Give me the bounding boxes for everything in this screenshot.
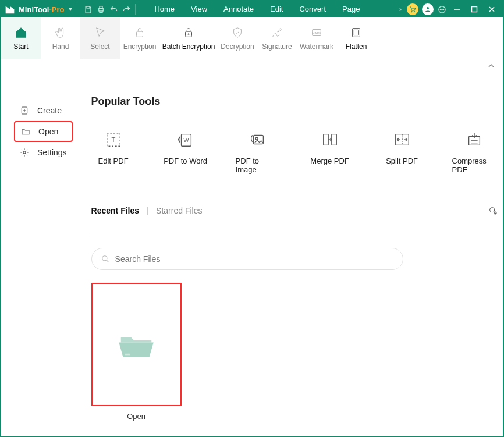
save-icon[interactable] [81, 3, 94, 16]
ribbon-signature[interactable]: Signature [257, 17, 297, 59]
file-tabs-row: Recent Files Starred Files [91, 202, 504, 219]
ribbon-hand[interactable]: Hand [41, 17, 80, 59]
ribbon-flatten[interactable]: Flatten [336, 17, 376, 59]
svg-rect-34 [331, 134, 336, 145]
svg-point-4 [411, 11, 413, 12]
menu-view[interactable]: View [183, 1, 215, 17]
chat-icon[interactable] [435, 3, 448, 16]
open-file-tile-label: Open [91, 412, 182, 421]
svg-point-32 [255, 137, 258, 140]
svg-rect-12 [472, 7, 477, 12]
ribbon-start[interactable]: Start [1, 17, 41, 59]
svg-text:W: W [183, 137, 189, 143]
svg-rect-0 [87, 6, 90, 8]
ribbon-decryption[interactable]: Decryption [218, 17, 257, 59]
undo-icon[interactable] [107, 3, 120, 16]
svg-point-45 [489, 208, 494, 212]
divider [91, 236, 504, 236]
titlebar-right: › [396, 1, 501, 17]
file-list-actions [484, 202, 504, 219]
menu-home[interactable]: Home [146, 1, 183, 17]
folder-open-icon [116, 327, 157, 362]
svg-rect-33 [323, 134, 328, 145]
close-button[interactable] [483, 1, 501, 17]
sidebar-item-label: Create [37, 106, 62, 115]
svg-point-56 [102, 256, 107, 261]
tool-pdf-to-image[interactable]: PDF to Image [236, 131, 280, 174]
svg-point-6 [427, 7, 429, 9]
app-logo-icon [3, 3, 16, 16]
sidebar-item-label: Open [38, 127, 58, 136]
ribbon-watermark[interactable]: MARK Watermark [297, 17, 336, 59]
open-file-tile[interactable] [91, 283, 182, 406]
svg-rect-21 [353, 28, 360, 37]
sidebar: Create Open Settings [1, 72, 82, 436]
svg-rect-58 [125, 354, 130, 356]
popular-tools-row: T Edit PDF W PDF to Word PDF to Image Me… [91, 131, 504, 174]
svg-point-8 [440, 9, 441, 9]
tool-compress-pdf[interactable]: Compress PDF [452, 131, 496, 174]
print-icon[interactable] [94, 3, 107, 16]
svg-rect-15 [137, 31, 143, 37]
svg-line-57 [106, 260, 108, 262]
menu-convert[interactable]: Convert [291, 1, 334, 17]
menu-annotate[interactable]: Annotate [215, 1, 262, 17]
ribbon-toolbar: Start Hand Select Encryption Batch Encry… [1, 17, 503, 59]
tool-merge-pdf[interactable]: Merge PDF [308, 131, 352, 174]
main-content: Popular Tools T Edit PDF W PDF to Word P… [82, 72, 504, 436]
titlebar-separator [135, 4, 136, 15]
sidebar-item-label: Settings [37, 148, 67, 157]
menu-page[interactable]: Page [334, 1, 368, 17]
app-window: MiniTool-Pro ▼ Home View Annotate Edit C… [0, 0, 504, 437]
tab-separator [147, 207, 148, 215]
sidebar-item-settings[interactable]: Settings [14, 142, 73, 163]
svg-point-10 [443, 9, 443, 9]
popular-tools-title: Popular Tools [91, 95, 504, 108]
svg-text:T: T [111, 136, 115, 143]
search-input[interactable] [115, 254, 393, 264]
svg-text:MARK: MARK [312, 31, 321, 34]
menu-edit[interactable]: Edit [262, 1, 291, 17]
maximize-button[interactable] [466, 1, 483, 17]
title-bar: MiniTool-Pro ▼ Home View Annotate Edit C… [1, 1, 503, 17]
svg-rect-2 [100, 6, 102, 8]
svg-point-5 [414, 11, 415, 12]
tool-edit-pdf[interactable]: T Edit PDF [91, 131, 136, 174]
ribbon-select[interactable]: Select [80, 17, 120, 59]
sidebar-item-create[interactable]: Create [14, 100, 73, 121]
app-body: Create Open Settings Popular Tools T Edi… [1, 72, 503, 436]
ribbon-encryption[interactable]: Encryption [120, 17, 159, 59]
svg-rect-22 [354, 30, 358, 35]
ribbon-collapse-icon[interactable] [1, 59, 503, 72]
find-icon[interactable] [484, 202, 502, 219]
tab-starred-files[interactable]: Starred Files [156, 206, 202, 215]
tool-pdf-to-word[interactable]: W PDF to Word [164, 131, 208, 174]
user-icon[interactable] [422, 3, 434, 15]
minimize-button[interactable] [448, 1, 466, 17]
svg-point-26 [23, 151, 26, 154]
svg-point-9 [441, 9, 442, 9]
search-files[interactable] [91, 248, 403, 270]
titlebar-separator [79, 4, 79, 15]
search-icon [101, 255, 109, 263]
sidebar-item-open[interactable]: Open [14, 121, 73, 142]
brand-dropdown-icon[interactable]: ▼ [68, 6, 73, 12]
cart-icon[interactable] [407, 3, 418, 15]
redo-icon[interactable] [120, 3, 133, 16]
ribbon-batch-encryption[interactable]: Batch Encryption [159, 17, 218, 59]
brand-name: MiniTool-Pro [19, 5, 64, 14]
menu-overflow-icon[interactable]: › [396, 5, 405, 13]
tab-recent-files[interactable]: Recent Files [91, 206, 139, 215]
main-menu: Home View Annotate Edit Convert Page [146, 1, 368, 17]
tool-split-pdf[interactable]: Split PDF [380, 131, 424, 174]
